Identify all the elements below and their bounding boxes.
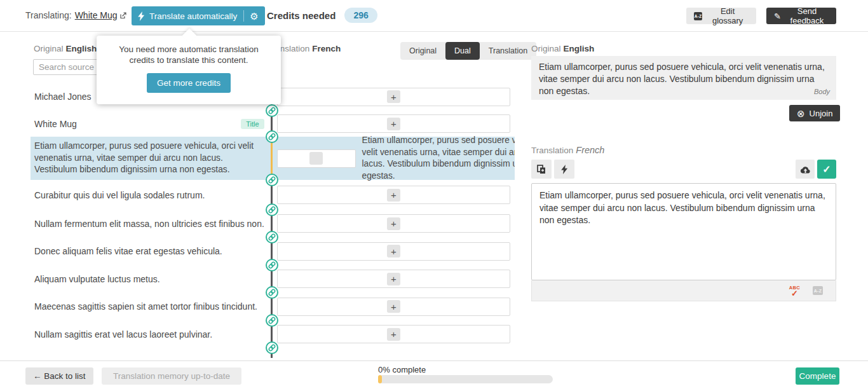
machine-translate-button[interactable] [554, 160, 574, 179]
edit-glossary-button[interactable]: A-Z Edit glossary [686, 8, 756, 24]
join-link-icon[interactable] [266, 341, 278, 354]
button-divider [243, 10, 244, 22]
segment-type-badge: Title [241, 119, 264, 129]
join-link-icon[interactable] [266, 314, 278, 327]
target-segment: + [277, 180, 515, 210]
confirm-translation-button[interactable]: ✓ [817, 160, 836, 179]
original-segment-box: Etiam ullamcorper, purus sed posuere veh… [531, 56, 836, 100]
credits-tooltip: You need more automatic translation cred… [97, 36, 281, 104]
translation-segment-text[interactable]: Etiam ullamcorper, purus sed posuere veh… [356, 131, 515, 186]
original-segment-text: Etiam ullamcorper, purus sed posuere veh… [539, 62, 825, 96]
source-segment[interactable]: Nullam sagittis erat vel lacus laoreet p… [31, 320, 271, 348]
lightning-bolt-icon [138, 11, 145, 21]
target-segment: + [277, 237, 515, 265]
target-language: French [312, 44, 341, 53]
translate-automatically-label: Translate automatically [149, 11, 237, 21]
credits-tooltip-message: You need more automatic translation cred… [107, 44, 271, 65]
source-segment[interactable]: Aliquam vulputate luctus metus. [31, 265, 271, 292]
add-translation-button[interactable]: + [387, 217, 400, 230]
translation-cell[interactable]: + [277, 298, 510, 316]
translation-cell[interactable]: + [277, 186, 510, 204]
view-toggle-original[interactable]: Original [400, 42, 445, 60]
top-bar: Translating: White Mug Translate automat… [0, 0, 868, 32]
source-segment-text: Nullam fermentum elit massa, non ultrici… [34, 219, 264, 229]
target-segment: + [277, 210, 515, 237]
segment-row[interactable]: Integer hendrerit vel augue tristique se… [31, 348, 515, 358]
translation-cell[interactable]: + [277, 242, 510, 261]
join-link-icon[interactable] [266, 203, 278, 216]
translating-context: Translating: White Mug [25, 10, 126, 20]
add-translation-button[interactable]: + [387, 328, 400, 341]
glossary-book-icon: A-Z [694, 12, 702, 20]
unjoin-icon: ⊗ [797, 109, 805, 118]
translation-cell[interactable]: + [277, 214, 510, 233]
source-segment[interactable]: Maecenas sagittis sapien sit amet tortor… [31, 292, 271, 320]
translation-cell[interactable]: + [277, 114, 510, 133]
detail-original-label: Original [531, 44, 561, 53]
target-segment: + [277, 292, 515, 320]
add-translation-button[interactable]: + [387, 118, 400, 130]
source-segment-text: Etiam ullamcorper, purus sed posuere veh… [34, 141, 264, 176]
add-translation-button[interactable]: + [387, 245, 400, 257]
send-feedback-label: Send feedback [785, 6, 829, 25]
source-segment[interactable]: Donec aliquam felis vitae erat egestas v… [31, 237, 271, 265]
target-segment: + [277, 320, 515, 348]
target-segment: + [277, 83, 515, 111]
translation-cell[interactable] [277, 149, 356, 168]
gear-icon[interactable]: ⚙ [250, 11, 258, 21]
detail-translation-label: Translation [531, 146, 573, 155]
add-translation-button[interactable]: + [387, 300, 400, 313]
view-toggle-dual[interactable]: Dual [445, 42, 480, 60]
source-label: Original [34, 44, 64, 53]
translation-cell[interactable]: + [277, 88, 510, 106]
translation-editor-footer: ABC ✓ A-Z [531, 280, 836, 301]
get-more-credits-button[interactable]: Get more credits [147, 73, 231, 93]
spellcheck-icon[interactable]: ABC ✓ [789, 285, 800, 296]
check-icon: ✓ [822, 163, 831, 175]
credits-needed-label: Credits needed [267, 10, 336, 21]
add-translation-button[interactable]: + [387, 189, 400, 202]
source-segment[interactable]: Nullam fermentum elit massa, non ultrici… [31, 210, 271, 237]
upload-translation-memory-button[interactable] [796, 160, 815, 179]
credits-count-badge: 296 [344, 8, 377, 23]
translation-cell[interactable]: + [277, 325, 510, 343]
cloud-upload-icon [800, 165, 811, 174]
complete-button[interactable]: Complete [796, 367, 839, 385]
join-link-icon[interactable] [266, 231, 278, 244]
field-type-label: Body [814, 86, 830, 98]
join-link-icon[interactable] [266, 174, 278, 186]
join-link-icon[interactable] [266, 130, 278, 143]
view-toggle-translation[interactable]: Translation [480, 42, 536, 60]
translation-textarea[interactable]: Etiam ullamcorper, purus sed posuere veh… [531, 183, 836, 280]
translation-editor-app: Translating: White Mug Translate automat… [0, 0, 868, 391]
source-segment-text: Donec aliquam felis vitae erat egestas v… [34, 246, 222, 256]
join-link-icon[interactable] [266, 104, 278, 117]
translation-cell[interactable]: + [277, 270, 510, 288]
progress-label: 0% complete [378, 365, 426, 374]
join-link-icon[interactable] [266, 259, 278, 271]
lightning-bolt-icon [561, 165, 568, 174]
segment-rows: Michael Jones + White Mug Title [31, 83, 515, 358]
view-mode-toggle: Original Dual Translation [400, 42, 536, 60]
copy-icon [537, 165, 546, 174]
copy-source-button[interactable] [531, 160, 552, 179]
document-title-link[interactable]: White Mug [75, 10, 126, 20]
source-segment[interactable]: Etiam ullamcorper, purus sed posuere veh… [31, 137, 271, 180]
add-translation-button[interactable]: + [387, 90, 400, 103]
translation-cell[interactable]: + [277, 358, 510, 359]
send-feedback-button[interactable]: ✎ Send feedback [766, 8, 836, 24]
source-segment-text: Michael Jones [34, 92, 92, 102]
source-segment[interactable]: Curabitur quis dui vel ligula sodales ru… [31, 180, 271, 210]
pencil-icon: ✎ [774, 11, 781, 21]
back-to-list-button[interactable]: ← Back to list [25, 367, 93, 385]
add-translation-button[interactable] [309, 152, 323, 165]
add-translation-button[interactable]: + [387, 273, 400, 285]
source-segment[interactable]: White Mug Title [31, 111, 271, 137]
translate-automatically-button[interactable]: Translate automatically ⚙ [132, 6, 265, 25]
unjoin-button[interactable]: ⊗ Unjoin [789, 105, 840, 121]
glossary-book-icon[interactable]: A-Z [813, 286, 823, 295]
join-link-icon[interactable] [266, 286, 278, 299]
source-segment[interactable]: Integer hendrerit vel augue tristique se… [31, 348, 271, 358]
translation-memory-status-button: Translation memory up-to-date [102, 367, 241, 385]
translating-label: Translating: [25, 10, 72, 20]
